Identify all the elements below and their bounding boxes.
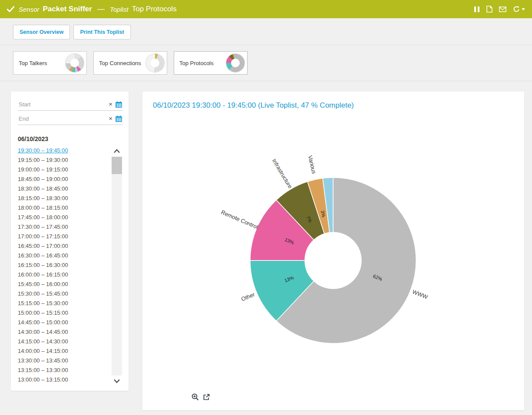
tab-top-talkers[interactable]: Top Talkers xyxy=(13,51,87,75)
header-separator: — xyxy=(97,5,105,13)
pie-name-label: Other xyxy=(240,291,256,303)
chevron-up-icon[interactable] xyxy=(113,145,120,157)
date-heading: 06/10/2023 xyxy=(18,135,122,142)
time-range-item[interactable]: 19:30:00 – 19:45:00 xyxy=(18,145,110,155)
protocol-donut-chart: 62%WWW13%Other13%Remote Control7%Infrast… xyxy=(142,116,524,398)
clear-end-icon[interactable]: × xyxy=(109,115,112,122)
timeline-panel: × × 06/10/2023 19:30:00 – 19:45:0019:15:… xyxy=(11,92,129,391)
time-range-list: 19:30:00 – 19:45:0019:15:00 – 19:30:0019… xyxy=(18,145,110,387)
divider xyxy=(0,45,532,45)
time-range-item[interactable]: 18:30:00 – 18:45:00 xyxy=(18,184,110,193)
time-range-item[interactable]: 16:30:00 – 16:45:00 xyxy=(18,250,110,260)
scrollbar-track[interactable] xyxy=(112,157,122,375)
print-toplist-button[interactable]: Print This Toplist xyxy=(73,25,130,40)
check-icon xyxy=(7,6,14,12)
tab-label: Top Connections xyxy=(99,60,141,66)
start-calendar-icon[interactable] xyxy=(115,101,122,108)
start-date-input[interactable] xyxy=(18,101,107,108)
time-range-item[interactable]: 18:45:00 – 19:00:00 xyxy=(18,174,110,184)
sensor-overview-button[interactable]: Sensor Overview xyxy=(13,25,70,40)
time-range-item[interactable]: 15:30:00 – 15:45:00 xyxy=(18,289,110,298)
toplist-panel: 06/10/2023 19:30:00 - 19:45:00 (Live Top… xyxy=(142,92,524,410)
pie-name-label: Remote Control xyxy=(220,209,259,230)
tab-top-protocols[interactable]: Top Protocols xyxy=(174,51,248,75)
scrollbar-thumb[interactable] xyxy=(112,157,122,174)
zoom-in-icon[interactable] xyxy=(192,393,199,401)
pie-name-label: Infrastructure xyxy=(271,158,294,189)
chevron-down-icon[interactable] xyxy=(113,375,120,387)
time-range-item[interactable]: 19:15:00 – 19:30:00 xyxy=(18,155,110,165)
time-range-item[interactable]: 14:00:00 – 14:15:00 xyxy=(18,346,110,356)
time-range-item[interactable]: 16:45:00 – 17:00:00 xyxy=(18,241,110,250)
section-type-label: Toplist xyxy=(110,6,129,13)
time-range-item[interactable]: 13:15:00 – 13:30:00 xyxy=(18,365,110,375)
tab-label: Top Talkers xyxy=(19,60,47,66)
time-range-item[interactable]: 16:15:00 – 16:30:00 xyxy=(18,260,110,270)
divider xyxy=(0,81,532,81)
time-range-item[interactable]: 18:00:00 – 18:15:00 xyxy=(18,203,110,212)
refresh-icon[interactable] xyxy=(513,6,525,13)
time-range-item[interactable]: 16:00:00 – 16:15:00 xyxy=(18,270,110,279)
tab-label: Top Protocols xyxy=(179,60,214,66)
toplist-tabs: Top Talkers Top Connections Top Protocol… xyxy=(0,51,532,75)
entity-name-label[interactable]: Packet Sniffer xyxy=(43,5,92,13)
caret-down-icon[interactable] xyxy=(522,8,525,10)
toolbar: Sensor Overview Print This Toplist xyxy=(13,25,131,40)
time-range-item[interactable]: 19:00:00 – 19:15:00 xyxy=(18,165,110,174)
time-range-item[interactable]: 17:45:00 – 18:00:00 xyxy=(18,212,110,222)
time-range-item[interactable]: 13:00:00 – 13:15:00 xyxy=(18,375,110,384)
time-range-item[interactable]: 17:00:00 – 17:15:00 xyxy=(18,231,110,241)
pause-icon[interactable] xyxy=(474,6,480,13)
time-range-item[interactable]: 18:15:00 – 18:30:00 xyxy=(18,193,110,203)
time-range-item[interactable]: 13:30:00 – 13:45:00 xyxy=(18,356,110,365)
time-range-item[interactable]: 15:15:00 – 15:30:00 xyxy=(18,298,110,308)
top-connections-chart-icon xyxy=(146,54,164,72)
chart-title: 06/10/2023 19:30:00 - 19:45:00 (Live Top… xyxy=(153,101,354,110)
report-icon[interactable] xyxy=(486,6,492,13)
email-icon[interactable] xyxy=(499,7,506,12)
time-range-item[interactable]: 17:30:00 – 17:45:00 xyxy=(18,222,110,231)
pie-name-label: WWW xyxy=(411,288,429,300)
time-range-item[interactable]: 15:00:00 – 15:15:00 xyxy=(18,308,110,317)
start-date-row: × xyxy=(18,99,122,111)
clear-start-icon[interactable]: × xyxy=(109,101,112,107)
time-range-item[interactable]: 14:30:00 – 14:45:00 xyxy=(18,327,110,336)
entity-type-label: Sensor xyxy=(19,6,40,13)
scrollbar xyxy=(111,145,122,387)
top-talkers-chart-icon xyxy=(66,54,84,72)
pie-name-label: Various xyxy=(307,155,317,175)
time-range-item[interactable]: 15:45:00 – 16:00:00 xyxy=(18,279,110,289)
time-range-item[interactable]: 14:15:00 – 14:30:00 xyxy=(18,336,110,346)
chart-actions xyxy=(192,393,210,401)
tab-top-connections[interactable]: Top Connections xyxy=(93,51,167,75)
header-bar: Sensor Packet Sniffer — Toplist Top Prot… xyxy=(0,0,532,18)
section-name-label: Top Protocols xyxy=(132,5,177,13)
end-date-row: × xyxy=(18,113,122,125)
open-external-icon[interactable] xyxy=(203,393,210,401)
end-calendar-icon[interactable] xyxy=(115,115,122,122)
time-range-item[interactable]: 14:45:00 – 15:00:00 xyxy=(18,317,110,327)
top-protocols-chart-icon xyxy=(226,54,245,72)
end-date-input[interactable] xyxy=(18,115,107,122)
